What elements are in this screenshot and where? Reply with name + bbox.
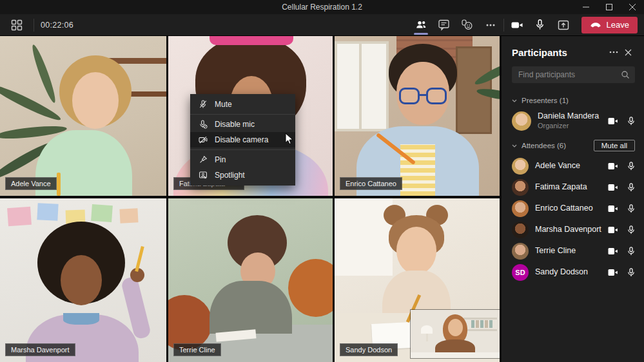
participants-button[interactable] <box>411 14 431 36</box>
mic-prohibited-icon <box>199 120 208 129</box>
mic-on-icon <box>627 162 635 171</box>
panel-more-button[interactable] <box>607 46 621 58</box>
avatar <box>512 179 529 196</box>
participant-row-adele[interactable]: Adele Vance <box>512 155 635 176</box>
window-controls <box>574 0 644 14</box>
pin-icon <box>199 155 208 164</box>
mic-on-icon <box>627 183 635 192</box>
avatar <box>512 222 529 238</box>
search-box <box>512 66 635 83</box>
panel-title: Participants <box>512 47 607 58</box>
video-tile-terrie-cline[interactable]: Terrie Cline <box>168 198 333 362</box>
leave-label: Leave <box>607 20 629 30</box>
menu-item-label: Spotlight <box>215 171 245 180</box>
more-options-icon <box>485 19 496 31</box>
share-screen-button[interactable] <box>553 14 574 36</box>
toolbar-divider <box>34 19 34 32</box>
participant-context-menu: Mute Disable mic <box>190 94 295 186</box>
menu-item-disable-mic[interactable]: Disable mic <box>190 117 295 132</box>
menu-separator <box>190 114 295 115</box>
reactions-button[interactable] <box>457 14 478 36</box>
camera-button[interactable] <box>507 14 527 36</box>
panel-close-button[interactable] <box>621 46 635 58</box>
participant-row-sandy[interactable]: SD Sandy Dodson <box>512 262 635 283</box>
video-tile-adele-vance[interactable]: Adele Vance <box>0 36 166 196</box>
participant-row-terrie[interactable]: Terrie Cline <box>512 240 635 262</box>
camera-on-icon <box>608 247 618 255</box>
video-tile-sandy-dodson[interactable]: Sandy Dodson <box>335 198 500 362</box>
participant-name: Daniela Mandera <box>538 111 601 122</box>
toolbar-right: Leave <box>411 14 638 36</box>
participant-name: Sandy Dodson <box>535 267 601 278</box>
avatar-initials: SD <box>512 264 529 281</box>
participant-row-marsha[interactable]: Marsha Davenport <box>512 219 635 240</box>
participant-row-daniela[interactable]: Daniela Mandera Organizer <box>512 108 635 135</box>
search-input[interactable] <box>517 70 621 80</box>
menu-item-label: Disable camera <box>215 135 268 144</box>
video-tile-enrico-cattaneo[interactable]: Enrico Cattaneo <box>335 36 500 196</box>
meeting-timer: 00:22:06 <box>41 21 73 30</box>
chat-button[interactable] <box>434 14 454 36</box>
panel-header: Participants <box>512 46 635 58</box>
mic-on-icon <box>627 204 635 213</box>
camera-on-icon <box>608 226 618 234</box>
section-label: Presenters (1) <box>522 97 569 104</box>
microphone-button[interactable] <box>530 14 551 36</box>
teams-meeting-window: Cellular Respiration 1.2 <box>0 0 644 362</box>
hang-up-icon <box>590 22 601 28</box>
status-icons <box>608 183 635 192</box>
participant-name: Fatima Zapata <box>535 182 601 193</box>
participant-name: Adele Vance <box>11 180 51 187</box>
name-label: Enrico Cattaneo <box>340 177 402 190</box>
grid-layout-button[interactable] <box>6 14 27 36</box>
leave-button[interactable]: Leave <box>581 17 638 33</box>
camera-off-icon <box>199 135 208 144</box>
chevron-down-icon <box>512 99 517 102</box>
minimize-button[interactable] <box>574 0 598 14</box>
chevron-down-icon <box>512 144 517 148</box>
mic-off-icon <box>199 100 208 109</box>
status-icons <box>608 162 635 171</box>
menu-item-pin[interactable]: Pin <box>190 152 295 167</box>
attendees-toggle[interactable]: Attendees (6) <box>512 142 566 149</box>
participant-role: Organizer <box>538 122 601 131</box>
camera-on-icon <box>608 117 618 125</box>
status-icons <box>608 225 635 234</box>
mouse-cursor <box>285 133 294 146</box>
mic-on-icon <box>627 225 635 234</box>
avatar <box>512 111 531 131</box>
name-label: Sandy Dodson <box>340 343 398 356</box>
presenters-section-header[interactable]: Presenters (1) <box>512 93 635 108</box>
menu-item-disable-camera[interactable]: Disable camera <box>190 132 295 148</box>
maximize-button[interactable] <box>598 0 621 14</box>
self-view-pip[interactable] <box>411 310 500 358</box>
participant-name: Terrie Cline <box>179 346 215 354</box>
video-frame <box>0 36 166 196</box>
menu-item-spotlight[interactable]: Spotlight <box>190 167 295 183</box>
participant-row-enrico[interactable]: Enrico Cattaneo <box>512 198 635 219</box>
share-screen-icon <box>557 19 570 32</box>
camera-on-icon <box>608 162 618 170</box>
name-label: Marsha Davenport <box>5 343 75 356</box>
mute-all-button[interactable]: Mute all <box>594 140 635 151</box>
close-icon <box>629 4 636 10</box>
video-tile-marsha-davenport[interactable]: Marsha Davenport <box>0 198 166 362</box>
close-button[interactable] <box>621 0 644 14</box>
video-frame <box>335 36 500 196</box>
toolbar-divider <box>503 19 504 32</box>
participant-meta: Daniela Mandera Organizer <box>538 111 601 130</box>
search-icon <box>621 70 630 79</box>
grid-layout-icon <box>11 19 23 31</box>
more-options-button[interactable] <box>480 14 501 36</box>
participant-row-fatima[interactable]: Fatima Zapata <box>512 176 635 198</box>
status-icons <box>608 268 635 277</box>
camera-on-icon <box>608 205 618 213</box>
video-frame <box>0 198 166 362</box>
avatar <box>512 200 529 217</box>
spotlight-icon <box>199 171 208 180</box>
menu-separator <box>190 149 295 150</box>
camera-on-icon <box>608 184 618 191</box>
avatar <box>512 243 529 260</box>
chat-icon <box>438 19 450 31</box>
menu-item-mute[interactable]: Mute <box>190 97 295 112</box>
